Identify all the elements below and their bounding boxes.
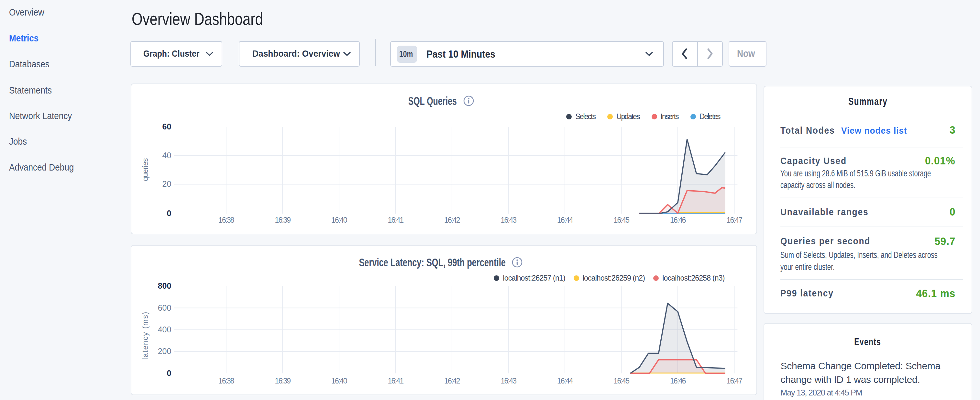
svg-text:16:45: 16:45 <box>613 216 629 224</box>
svg-text:16:47: 16:47 <box>726 377 742 385</box>
svg-text:16:38: 16:38 <box>218 377 234 385</box>
svg-text:40: 40 <box>162 151 171 160</box>
svg-text:16:39: 16:39 <box>275 216 291 224</box>
svg-text:16:44: 16:44 <box>557 216 573 224</box>
svg-text:16:45: 16:45 <box>613 377 629 385</box>
svg-text:16:42: 16:42 <box>444 377 460 385</box>
svg-text:16:46: 16:46 <box>670 377 686 385</box>
svg-text:800: 800 <box>158 281 171 290</box>
svg-text:200: 200 <box>158 347 171 356</box>
svg-text:16:44: 16:44 <box>557 377 573 385</box>
svg-text:16:41: 16:41 <box>388 377 404 385</box>
svg-text:400: 400 <box>158 325 171 334</box>
svg-text:16:43: 16:43 <box>501 377 516 385</box>
svg-text:16:40: 16:40 <box>331 377 347 385</box>
svg-text:16:39: 16:39 <box>275 377 291 385</box>
svg-text:20: 20 <box>162 179 171 188</box>
svg-text:16:43: 16:43 <box>501 216 516 224</box>
svg-text:60: 60 <box>162 122 171 131</box>
svg-text:16:41: 16:41 <box>388 216 404 224</box>
svg-text:0: 0 <box>167 369 171 378</box>
svg-text:16:46: 16:46 <box>670 216 686 224</box>
svg-text:16:38: 16:38 <box>218 216 234 224</box>
svg-text:600: 600 <box>158 303 171 312</box>
svg-text:16:47: 16:47 <box>726 216 742 224</box>
svg-text:16:40: 16:40 <box>331 216 347 224</box>
svg-text:16:42: 16:42 <box>444 216 460 224</box>
svg-text:0: 0 <box>167 209 171 218</box>
